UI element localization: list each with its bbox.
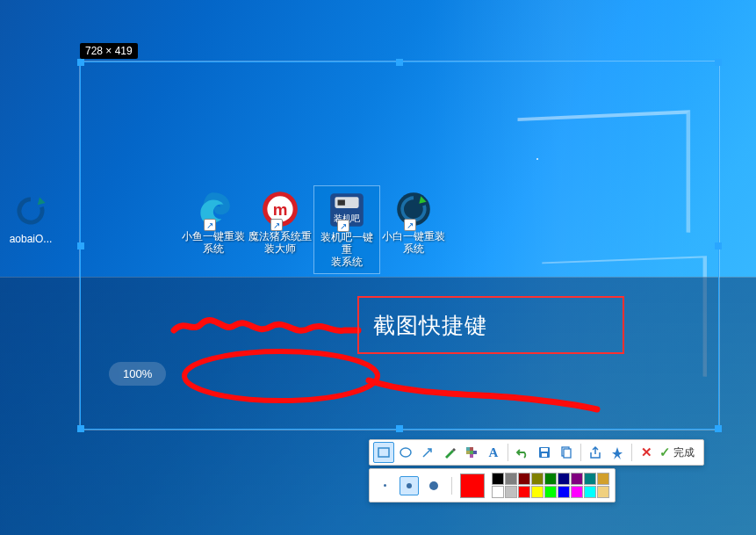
color-swatch[interactable]	[597, 473, 609, 485]
brush-options-toolbar	[369, 468, 616, 502]
resize-handle-tl[interactable]	[77, 59, 84, 66]
color-swatch[interactable]	[558, 473, 570, 485]
desktop-icon-partial[interactable]: aobaiO...	[0, 192, 61, 245]
brush-size-large[interactable]	[424, 476, 443, 495]
color-swatch[interactable]	[518, 486, 530, 498]
svg-point-11	[400, 448, 411, 457]
icon-label: aobaiO...	[0, 233, 61, 245]
text-tool-button[interactable]: A	[483, 442, 504, 463]
pen-tool-button[interactable]	[439, 442, 460, 463]
screenshot-toolbar: A ✕ ✓ 完成	[369, 439, 704, 466]
svg-rect-15	[470, 451, 473, 454]
color-swatch[interactable]	[544, 473, 557, 485]
svg-rect-10	[378, 448, 389, 457]
resize-handle-tc[interactable]	[396, 59, 403, 66]
svg-rect-13	[470, 447, 473, 451]
arrow-tool-button[interactable]	[417, 442, 438, 463]
color-swatch[interactable]	[505, 486, 517, 498]
color-swatch[interactable]	[492, 473, 504, 485]
resize-handle-tr[interactable]	[715, 59, 722, 66]
color-swatch[interactable]	[492, 486, 504, 498]
color-swatch[interactable]	[518, 473, 530, 485]
resize-handle-ml[interactable]	[77, 242, 84, 249]
selection-size-badge: 728 × 419	[80, 43, 138, 59]
svg-rect-16	[473, 451, 477, 454]
pin-button[interactable]	[607, 442, 628, 463]
cancel-button[interactable]: ✕	[636, 442, 657, 463]
svg-rect-17	[470, 454, 473, 458]
copy-button[interactable]	[556, 442, 577, 463]
color-swatch[interactable]	[571, 473, 583, 485]
brush-size-small[interactable]	[375, 476, 394, 495]
current-color-swatch[interactable]	[460, 474, 485, 498]
refresh-icon	[12, 192, 49, 229]
ellipse-tool-button[interactable]	[395, 442, 416, 463]
color-swatch[interactable]	[544, 486, 557, 498]
svg-rect-14	[466, 451, 470, 454]
resize-handle-bl[interactable]	[77, 425, 84, 432]
color-swatch[interactable]	[505, 473, 517, 485]
toolbar-divider	[580, 444, 581, 461]
color-swatch[interactable]	[558, 486, 570, 498]
resize-handle-br[interactable]	[715, 425, 722, 432]
color-swatch[interactable]	[584, 486, 596, 498]
svg-rect-12	[466, 447, 470, 451]
complete-button[interactable]: ✓ 完成	[658, 442, 700, 463]
rectangle-tool-button[interactable]	[373, 442, 394, 463]
resize-handle-mr[interactable]	[715, 242, 722, 249]
toolbar-divider	[631, 444, 632, 461]
svg-rect-22	[564, 449, 571, 458]
color-swatch[interactable]	[571, 486, 583, 498]
screenshot-selection[interactable]: 728 × 419	[80, 61, 719, 430]
color-swatch[interactable]	[531, 486, 544, 498]
color-swatch[interactable]	[597, 486, 609, 498]
check-icon: ✓	[659, 445, 671, 460]
brush-size-medium[interactable]	[400, 476, 419, 495]
svg-rect-20	[542, 453, 547, 457]
color-swatch[interactable]	[584, 473, 596, 485]
color-palette	[492, 473, 609, 498]
undo-button[interactable]	[512, 442, 533, 463]
mosaic-tool-button[interactable]	[461, 442, 482, 463]
complete-label: 完成	[673, 445, 695, 460]
share-button[interactable]	[585, 442, 606, 463]
toolbar-divider	[451, 477, 452, 495]
resize-handle-bc[interactable]	[396, 425, 403, 432]
color-swatch[interactable]	[531, 473, 544, 485]
toolbar-divider	[508, 444, 508, 461]
svg-rect-19	[541, 448, 548, 452]
save-button[interactable]	[534, 442, 555, 463]
